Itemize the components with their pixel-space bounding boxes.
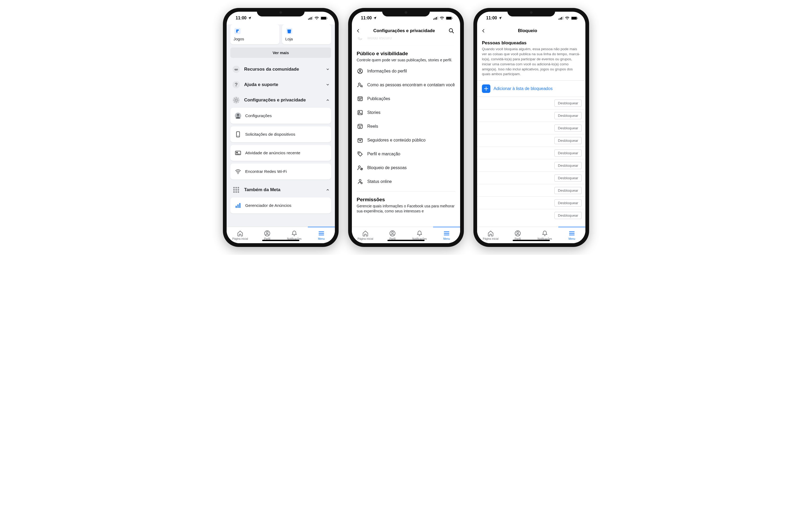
svg-point-73 (359, 153, 360, 154)
blocked-person-row: Desbloquear (477, 184, 585, 197)
settings-row[interactable]: Configurações (230, 108, 331, 124)
section-desc: Gerencie quais informações o Facebook us… (357, 204, 455, 214)
how-people-find-row[interactable]: Como as pessoas encontram e contatam voc… (357, 78, 455, 92)
svg-rect-39 (236, 206, 237, 208)
profile-icon (264, 230, 271, 237)
nav-bar: Configurações e privacidade (352, 25, 460, 37)
setting-label: Bloqueio de pessoas (367, 166, 455, 170)
svg-rect-84 (559, 18, 560, 20)
tab-home[interactable]: Página inicial (477, 227, 504, 243)
svg-point-94 (517, 232, 519, 234)
unblock-button[interactable]: Desbloquear (554, 162, 582, 169)
section-desc: Controle quem pode ver suas publicações,… (357, 58, 455, 63)
cellular-signal-icon (559, 16, 563, 20)
accordion-label: Também da Meta (244, 187, 322, 192)
followers-icon (357, 137, 364, 144)
svg-rect-53 (452, 17, 453, 19)
menu-icon (569, 230, 575, 237)
unblock-button[interactable]: Desbloquear (554, 199, 582, 206)
page-title: Configurações e privacidade (362, 28, 446, 33)
accordion-community-resources[interactable]: Recursos da comunidade (227, 61, 335, 77)
dark-mode-row[interactable]: Modo escuro (357, 37, 455, 45)
blocked-person-row: Desbloquear (477, 197, 585, 209)
phone-mockup-1: 11:00 Jogos (223, 8, 338, 247)
recent-ad-activity-row[interactable]: Atividade de anúncios recente (230, 145, 331, 161)
blocked-person-row: Desbloquear (477, 146, 585, 159)
unblock-button[interactable]: Desbloquear (554, 100, 582, 107)
blocked-person-row: Desbloquear (477, 172, 585, 184)
unblock-button[interactable]: Desbloquear (554, 149, 582, 157)
wifi-menu-icon (234, 168, 242, 175)
bell-icon (291, 230, 298, 237)
svg-point-37 (235, 191, 237, 193)
svg-rect-1 (309, 18, 310, 20)
accordion-also-from-meta[interactable]: Também da Meta (227, 182, 335, 198)
profile-tagging-row[interactable]: Perfil e marcação (357, 147, 455, 161)
reels-row[interactable]: Reels (357, 119, 455, 133)
unblock-button[interactable]: Desbloquear (554, 174, 582, 182)
sub-label: Atividade de anúncios recente (245, 150, 300, 155)
setting-label: Reels (367, 124, 455, 129)
shortcut-store[interactable]: Loja (282, 25, 331, 44)
profile-info-row[interactable]: Informações do perfil (357, 64, 455, 78)
tab-menu[interactable]: Menu (558, 227, 585, 243)
accordion-label: Ajuda e suporte (244, 82, 322, 87)
section-title: Pessoas bloqueadas (477, 37, 585, 46)
unblock-button[interactable]: Desbloquear (554, 137, 582, 144)
search-button[interactable] (448, 28, 456, 34)
section-title-audience: Público e visibilidade (357, 51, 455, 57)
posts-row[interactable]: Publicações (357, 92, 455, 106)
svg-rect-2 (311, 17, 311, 20)
location-arrow-icon (248, 16, 251, 20)
people-search-icon (357, 82, 364, 88)
unblock-button[interactable]: Desbloquear (554, 112, 582, 119)
add-to-blocked-list-row[interactable]: Adicionar à lista de bloqueados (477, 81, 585, 97)
tab-menu[interactable]: Menu (308, 227, 335, 243)
svg-point-30 (233, 187, 235, 188)
svg-point-38 (237, 191, 239, 193)
find-wifi-row[interactable]: Encontrar Redes Wi-Fi (230, 163, 331, 180)
apps-grid-icon (232, 186, 241, 194)
accordion-settings-privacy[interactable]: Configurações e privacidade (227, 92, 335, 108)
stories-row[interactable]: Stories (357, 106, 455, 119)
battery-icon (571, 16, 578, 20)
setting-label: Modo escuro (367, 37, 392, 40)
unblock-button[interactable]: Desbloquear (554, 187, 582, 194)
unblock-button[interactable]: Desbloquear (554, 212, 582, 219)
tab-menu[interactable]: Menu (433, 227, 460, 243)
svg-point-34 (235, 189, 237, 191)
tab-home[interactable]: Página inicial (227, 227, 254, 243)
svg-text:?: ? (235, 82, 237, 87)
svg-rect-85 (560, 18, 561, 20)
followers-row[interactable]: Seguidores e conteúdo público (357, 133, 455, 147)
ads-manager-row[interactable]: Gerenciador de Anúncios (230, 198, 331, 214)
svg-rect-41 (240, 203, 241, 208)
device-requests-row[interactable]: Solicitações de dispositivos (230, 126, 331, 142)
chevron-up-icon (326, 98, 330, 102)
svg-point-58 (359, 83, 360, 85)
shortcut-games[interactable]: Jogos (230, 25, 279, 44)
accordion-help-support[interactable]: ? Ajuda e suporte (227, 77, 335, 92)
svg-point-80 (392, 232, 393, 234)
image-icon (357, 109, 364, 116)
blocked-person-row: Desbloquear (477, 134, 585, 146)
tab-home[interactable]: Página inicial (352, 227, 379, 243)
setting-label: Status online (367, 179, 455, 184)
sub-label: Gerenciador de Anúncios (245, 203, 291, 208)
svg-point-36 (233, 191, 235, 193)
profile-icon (389, 230, 396, 237)
online-status-icon (357, 178, 364, 185)
blocking-people-row[interactable]: Bloqueio de pessoas (357, 161, 455, 175)
home-icon (362, 230, 368, 237)
status-time: 11:00 (236, 16, 247, 20)
svg-rect-47 (433, 18, 434, 20)
online-status-row[interactable]: Status online (357, 175, 455, 188)
unblock-button[interactable]: Desbloquear (554, 125, 582, 132)
plus-icon (482, 84, 490, 93)
see-more-button[interactable]: Ver mais (230, 47, 331, 58)
wifi-icon (565, 16, 569, 20)
section-description: Quando você bloqueia alguém, essa pessoa… (477, 46, 585, 81)
svg-point-66 (359, 111, 360, 112)
accordion-label: Configurações e privacidade (244, 98, 322, 103)
svg-rect-5 (321, 17, 327, 19)
